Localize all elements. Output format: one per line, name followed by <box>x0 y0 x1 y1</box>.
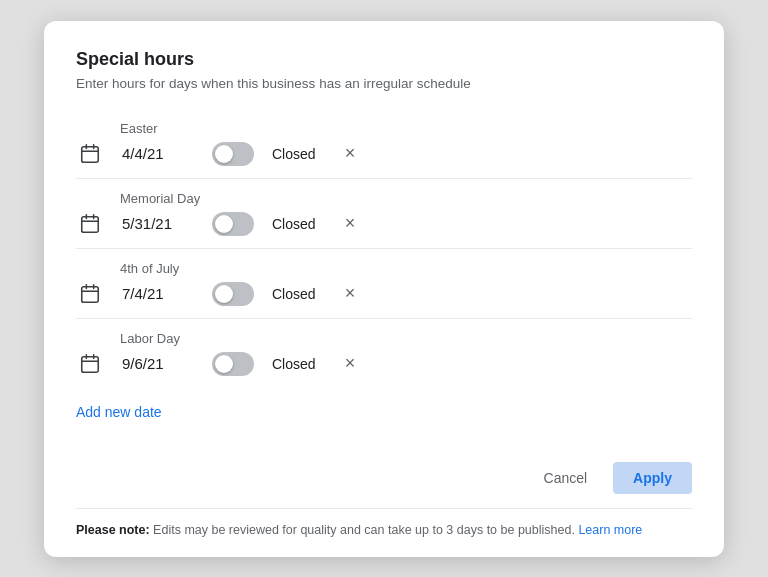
note-text: Edits may be reviewed for quality and ca… <box>150 523 579 537</box>
remove-button-memorial-day[interactable]: × <box>336 210 364 238</box>
holiday-controls: 7/4/21Closed× <box>76 280 692 308</box>
svg-rect-12 <box>82 356 99 372</box>
remove-button-easter[interactable]: × <box>336 140 364 168</box>
holiday-name-memorial-day: Memorial Day <box>120 191 692 206</box>
closed-toggle-labor-day[interactable] <box>212 352 254 376</box>
closed-toggle-fourth-of-july[interactable] <box>212 282 254 306</box>
cancel-button[interactable]: Cancel <box>526 462 606 494</box>
holiday-row: Labor Day 9/6/21Closed× <box>76 321 692 386</box>
learn-more-link[interactable]: Learn more <box>578 523 642 537</box>
calendar-icon <box>76 350 104 378</box>
add-new-date-button[interactable]: Add new date <box>76 396 162 428</box>
closed-label-labor-day: Closed <box>272 356 318 372</box>
closed-label-fourth-of-july: Closed <box>272 286 318 302</box>
holiday-row: Easter 4/4/21Closed× <box>76 111 692 176</box>
calendar-icon <box>76 210 104 238</box>
dialog-title: Special hours <box>76 49 692 70</box>
holiday-name-easter: Easter <box>120 121 692 136</box>
dialog-footer: Cancel Apply <box>76 452 692 494</box>
closed-label-memorial-day: Closed <box>272 216 318 232</box>
divider <box>76 318 692 319</box>
divider <box>76 178 692 179</box>
holiday-controls: 5/31/21Closed× <box>76 210 692 238</box>
holiday-controls: 4/4/21Closed× <box>76 140 692 168</box>
remove-button-fourth-of-july[interactable]: × <box>336 280 364 308</box>
toggle-thumb <box>215 355 233 373</box>
calendar-icon <box>76 140 104 168</box>
apply-button[interactable]: Apply <box>613 462 692 494</box>
svg-rect-0 <box>82 146 99 162</box>
holiday-row: 4th of July 7/4/21Closed× <box>76 251 692 316</box>
calendar-icon <box>76 280 104 308</box>
holiday-date-labor-day: 9/6/21 <box>122 355 194 372</box>
closed-toggle-memorial-day[interactable] <box>212 212 254 236</box>
special-hours-dialog: Special hours Enter hours for days when … <box>44 21 724 557</box>
holiday-date-memorial-day: 5/31/21 <box>122 215 194 232</box>
note-bold: Please note: <box>76 523 150 537</box>
holiday-row: Memorial Day 5/31/21Closed× <box>76 181 692 246</box>
toggle-thumb <box>215 145 233 163</box>
holiday-date-fourth-of-july: 7/4/21 <box>122 285 194 302</box>
closed-toggle-easter[interactable] <box>212 142 254 166</box>
dialog-subtitle: Enter hours for days when this business … <box>76 76 692 91</box>
holiday-name-labor-day: Labor Day <box>120 331 692 346</box>
toggle-thumb <box>215 285 233 303</box>
holiday-list: Easter 4/4/21Closed×Memorial Day 5/31/21… <box>76 111 692 386</box>
holiday-date-easter: 4/4/21 <box>122 145 194 162</box>
toggle-thumb <box>215 215 233 233</box>
closed-label-easter: Closed <box>272 146 318 162</box>
holiday-controls: 9/6/21Closed× <box>76 350 692 378</box>
note-bar: Please note: Edits may be reviewed for q… <box>76 508 692 537</box>
divider <box>76 248 692 249</box>
remove-button-labor-day[interactable]: × <box>336 350 364 378</box>
svg-rect-4 <box>82 216 99 232</box>
holiday-name-fourth-of-july: 4th of July <box>120 261 692 276</box>
svg-rect-8 <box>82 286 99 302</box>
